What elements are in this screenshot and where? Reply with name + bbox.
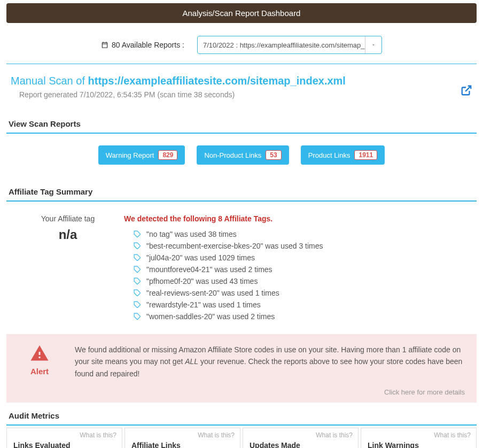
section-view-reports: View Scan Reports [6,115,477,134]
page-header: Analysis/Scan Report Dashboard [6,3,477,23]
section-tag-summary: Affiliate Tag Summary [6,183,477,202]
metric-links-evaluated: What is this? Links Evaluated 9764 [6,428,122,448]
metric-hint[interactable]: What is this? [198,431,235,439]
tag-icon [134,254,141,261]
tag-icon [134,301,141,308]
metric-link-warnings: What is this? Link Warnings 829 [361,428,477,448]
metric-hint[interactable]: What is this? [80,431,116,439]
list-item: "jul04a-20" was used 1029 times [134,252,471,264]
list-item: "no tag" was used 38 times [134,228,471,240]
alert-text: We found additional or missing Amazon Af… [75,344,465,398]
tag-icon [134,289,141,297]
detected-tags-list: "no tag" was used 38 times "best-recumbe… [124,228,471,322]
metric-updates-made: What is this? Updates Made 0 [243,428,359,448]
svg-line-0 [465,86,471,91]
non-product-links-badge: 53 [266,150,281,160]
scan-url: https://exampleaffiliatesite.com/sitemap… [88,75,346,87]
available-reports-label: 80 Available Reports : [101,41,184,49]
share-icon[interactable] [461,84,472,98]
alert-details-link[interactable]: Click here for more details [75,387,465,398]
alert-box: Alert We found additional or missing Ama… [6,334,477,403]
list-item: "mountforeve04-21" was used 2 times [134,264,471,275]
section-audit-metrics: Audit Metrics [6,407,477,426]
metric-affiliate-links: What is this? Affiliate Links 1911 [124,428,240,448]
tag-icon [134,266,141,273]
scan-subtitle: Report generated 7/10/2022, 6:54:35 PM (… [11,87,346,109]
detected-tags-heading: We detected the following 8 Affiliate Ta… [124,214,471,223]
your-tag-label: Your Affiliate tag [12,214,124,223]
warning-report-badge: 829 [158,150,177,160]
report-select[interactable]: 7/10/2022 : https://exampleaffiliatesite… [197,36,382,54]
list-item: "women-saddles-20" was used 2 times [134,311,471,322]
list-item: "pfhome0f-20" was used 43 times [134,275,471,287]
warning-report-button[interactable]: Warning Report 829 [98,145,185,165]
tag-icon [134,277,141,285]
tag-summary-body: Your Affiliate tag n/a We detected the f… [6,202,477,334]
product-links-button[interactable]: Product Links 1911 [301,145,385,165]
scan-title: Manual Scan of https://exampleaffiliates… [11,75,346,87]
metrics-grid: What is this? Links Evaluated 9764 What … [6,428,477,448]
tag-icon [134,242,141,250]
non-product-links-button[interactable]: Non-Product Links 53 [197,145,289,165]
your-tag-value: n/a [12,227,124,242]
page-title: Analysis/Scan Report Dashboard [183,9,301,18]
alert-label: Alert [18,367,61,376]
report-select-value: 7/10/2022 : https://exampleaffiliatesite… [198,36,365,53]
list-item: "rewardstyle-21" was used 1 times [134,299,471,311]
tag-icon [134,313,141,320]
chevron-down-icon [365,36,381,53]
tag-icon [134,230,141,238]
metric-hint[interactable]: What is this? [316,431,353,439]
calendar-icon [101,41,108,49]
list-item: "best-recumbent-exercise-bkes-20" was us… [134,240,471,252]
report-buttons-row: Warning Report 829 Non-Product Links 53 … [6,134,477,179]
metric-hint[interactable]: What is this? [434,431,471,439]
product-links-badge: 1911 [354,150,377,160]
list-item: "real-reviews-sent-20" was used 1 times [134,287,471,299]
reports-selector-row: 80 Available Reports : 7/10/2022 : https… [6,23,477,64]
alert-icon [29,344,50,363]
